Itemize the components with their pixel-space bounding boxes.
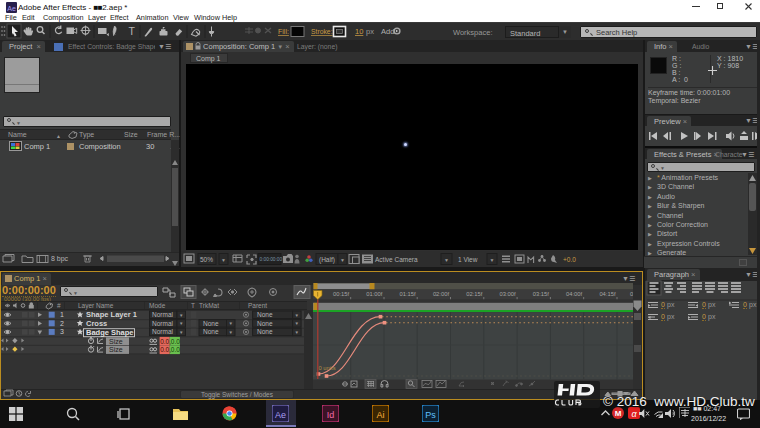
svg-text:Fill:: Fill: xyxy=(278,28,289,35)
svg-text:01:15f: 01:15f xyxy=(400,291,417,297)
svg-text:Ai: Ai xyxy=(376,410,384,420)
svg-text:0 units: 0 units xyxy=(319,365,336,371)
svg-text:Normal: Normal xyxy=(152,311,174,318)
svg-text:Normal: Normal xyxy=(152,320,174,327)
svg-text:Size: Size xyxy=(109,338,123,345)
svg-text:▼: ▼ xyxy=(340,257,345,263)
svg-text:Stroke:: Stroke: xyxy=(311,28,333,35)
svg-text:Id: Id xyxy=(327,410,335,420)
svg-text:00:15f: 00:15f xyxy=(333,291,350,297)
svg-text:▼: ▼ xyxy=(295,313,299,318)
svg-text:TrkMat: TrkMat xyxy=(199,302,219,309)
svg-text:M: M xyxy=(615,409,622,418)
svg-text:▼: ▼ xyxy=(179,330,183,335)
svg-text:▼: ▼ xyxy=(179,313,183,318)
svg-text:α: α xyxy=(631,409,637,419)
svg-text:None: None xyxy=(203,328,219,335)
svg-text:0.0,: 0.0, xyxy=(160,346,171,353)
svg-text:▼: ▼ xyxy=(229,321,233,326)
svg-text:3: 3 xyxy=(60,328,64,335)
svg-text:Ps: Ps xyxy=(425,410,436,420)
svg-text:0.0,: 0.0, xyxy=(160,338,171,345)
svg-text:Size: Size xyxy=(109,346,123,353)
svg-text:04:15f: 04:15f xyxy=(599,291,616,297)
svg-text:▼: ▼ xyxy=(444,257,449,263)
svg-text:02:15f: 02:15f xyxy=(466,291,483,297)
svg-text:Parent: Parent xyxy=(248,302,267,309)
svg-text:1: 1 xyxy=(60,311,64,318)
svg-text:#: # xyxy=(57,302,61,309)
svg-text:Cross: Cross xyxy=(86,319,107,328)
svg-text:10: 10 xyxy=(355,27,363,36)
svg-text:Ae: Ae xyxy=(275,410,286,420)
svg-text:03:15f: 03:15f xyxy=(533,291,550,297)
svg-text:Active Camera: Active Camera xyxy=(375,256,418,263)
svg-text:T: T xyxy=(191,302,195,309)
svg-text:Normal: Normal xyxy=(152,328,174,335)
svg-text:50%: 50% xyxy=(200,256,213,263)
svg-text:1 View: 1 View xyxy=(458,256,478,263)
svg-text:0.0: 0.0 xyxy=(171,338,180,345)
svg-text:+0.0: +0.0 xyxy=(563,256,576,263)
svg-text:▼: ▼ xyxy=(221,257,226,263)
svg-text:▼: ▼ xyxy=(295,321,299,326)
svg-text:▼: ▼ xyxy=(295,330,299,335)
svg-text:None: None xyxy=(257,328,273,335)
svg-text:2: 2 xyxy=(60,320,64,327)
svg-text:▼: ▼ xyxy=(179,321,183,326)
svg-text:None: None xyxy=(257,320,273,327)
svg-text:02:00f: 02:00f xyxy=(433,291,450,297)
svg-text:▼: ▼ xyxy=(490,257,495,263)
svg-text:03:00f: 03:00f xyxy=(499,291,516,297)
svg-text:T: T xyxy=(129,25,136,37)
svg-text:Ae: Ae xyxy=(7,5,16,12)
svg-text:04:00f: 04:00f xyxy=(566,291,583,297)
svg-text:▼: ▼ xyxy=(229,330,233,335)
svg-text:01:00f: 01:00f xyxy=(366,291,383,297)
svg-text:Layer Name: Layer Name xyxy=(78,302,114,310)
svg-text:0.0: 0.0 xyxy=(171,346,180,353)
svg-text:(Half): (Half) xyxy=(319,256,335,264)
svg-text:px: px xyxy=(366,27,374,36)
svg-text:None: None xyxy=(257,311,273,318)
svg-text:Mode: Mode xyxy=(149,302,166,309)
svg-text:0:00:00:00: 0:00:00:00 xyxy=(260,257,283,262)
svg-text:None: None xyxy=(203,320,219,327)
svg-text:Badge Shape: Badge Shape xyxy=(86,328,134,337)
